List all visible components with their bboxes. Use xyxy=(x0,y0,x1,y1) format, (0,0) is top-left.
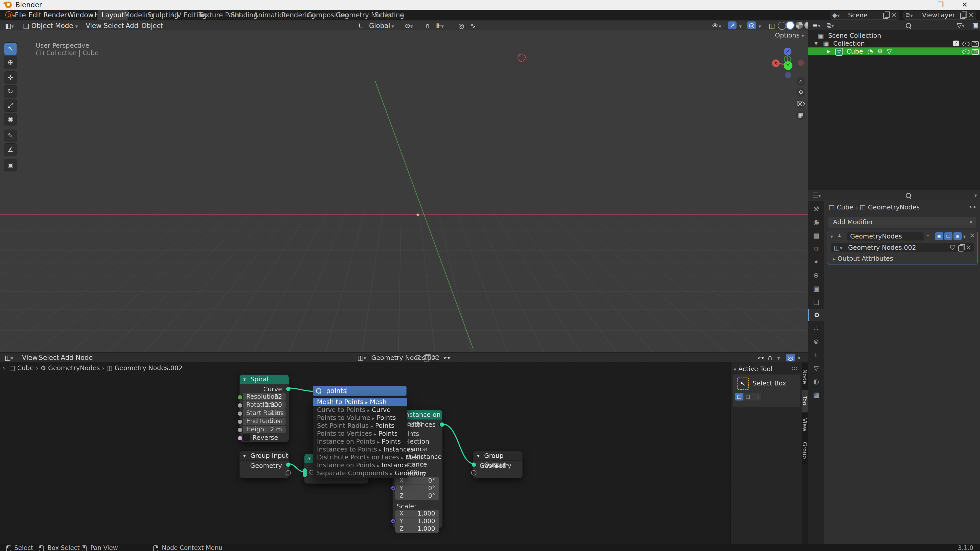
node-editor-canvas[interactable]: › □ Cube › ⚙ GeometryNodes › ◫ Geometry … xyxy=(0,362,808,544)
group-input-geometry-socket[interactable] xyxy=(286,462,291,467)
properties-search-icon[interactable] xyxy=(906,193,911,198)
node-search-field[interactable]: points xyxy=(313,386,407,396)
xray-toggle[interactable]: ◫ xyxy=(767,21,776,31)
spiral-end-radius-socket[interactable] xyxy=(237,419,243,424)
modifier-edit-mode-toggle[interactable]: ▣ xyxy=(935,232,943,240)
output-attributes-section[interactable]: ▸ Output Attributes xyxy=(833,255,893,262)
fake-user-shield-icon[interactable]: ⛉ xyxy=(950,243,955,252)
perspective-toggle-icon[interactable]: ▦ xyxy=(796,111,805,120)
node-overlays-toggle[interactable]: ◎ xyxy=(786,354,795,362)
node-menu-select[interactable]: Select xyxy=(37,352,61,363)
cube-render-icon[interactable] xyxy=(972,49,979,55)
tool-move[interactable]: ✛ xyxy=(4,71,17,84)
shading-material-button[interactable] xyxy=(796,22,803,29)
collection-checkbox[interactable]: ✓ xyxy=(953,41,959,46)
tab-world[interactable]: ⊕ xyxy=(808,269,824,281)
add-workspace-button[interactable]: + xyxy=(395,10,409,21)
show-overlays-toggle[interactable]: ◎ xyxy=(747,21,756,29)
new-scene-icon[interactable] xyxy=(883,13,888,19)
editor-type-properties-icon[interactable]: ☰▾ xyxy=(811,190,822,200)
spiral-field-rotations[interactable]: Rotations2.000 xyxy=(243,401,286,409)
spiral-reverse-socket[interactable] xyxy=(237,435,243,441)
modifier-extras-chevron-icon[interactable]: ▾ xyxy=(963,233,966,240)
tab-object-data[interactable]: ▽ xyxy=(808,362,824,374)
group-output-virtual-socket[interactable] xyxy=(471,470,476,475)
proportional-falloff-icon[interactable]: ∿ xyxy=(469,21,477,31)
spiral-curve-socket[interactable] xyxy=(286,386,291,392)
search-result[interactable]: Instances to Points▸Instances xyxy=(313,445,407,453)
restore-button[interactable]: ❐ xyxy=(932,0,950,10)
search-result[interactable]: Distribute Points on Faces▸Mesh xyxy=(313,453,407,461)
show-gizmo-toggle[interactable]: ↗ xyxy=(728,21,737,29)
tool-scale[interactable]: ⤢ xyxy=(4,99,17,112)
orientation-chevron-icon[interactable]: ▾ xyxy=(390,21,396,31)
sidebar-tab-node[interactable]: Node xyxy=(802,364,808,389)
collection-expand-icon[interactable]: ▼ xyxy=(815,40,818,48)
menu-edit[interactable]: Edit xyxy=(27,10,43,21)
spiral-reverse-checkbox[interactable] xyxy=(243,434,250,441)
copy-node-group-icon[interactable] xyxy=(958,245,963,251)
collection-render-icon[interactable] xyxy=(972,41,979,47)
overlays-chevron-icon[interactable]: ▾ xyxy=(757,21,762,31)
navigation-gizmo[interactable]: Z X Y xyxy=(768,40,807,81)
crumb-modifier[interactable]: GeometryNodes xyxy=(48,364,100,372)
node-group-selector[interactable]: ◫▾ Geometry Nodes.002 ⛉ × xyxy=(831,243,974,252)
unlink-node-group-icon[interactable]: × xyxy=(966,244,972,251)
tool-transform[interactable]: ◉ xyxy=(4,113,17,125)
new-collection-icon[interactable]: ▣ xyxy=(970,20,980,30)
node-menu-node[interactable]: Node xyxy=(74,352,94,363)
modifier-name-field[interactable]: GeometryNodes xyxy=(847,232,924,241)
proportional-editing-icon[interactable]: ◎ xyxy=(457,21,466,31)
datablock-copy-icon[interactable] xyxy=(424,355,429,362)
node-snap-magnet-icon[interactable]: ∩ xyxy=(766,352,774,363)
close-button[interactable]: ✕ xyxy=(956,0,974,10)
sidebar-tab-tool[interactable]: Tool xyxy=(802,390,808,413)
unlink-scene-icon[interactable]: × xyxy=(891,11,897,19)
transform-orientation-value[interactable]: Global xyxy=(368,21,392,31)
minimize-button[interactable]: — xyxy=(910,0,928,10)
outliner-search-icon[interactable] xyxy=(906,23,911,28)
spiral-field-height[interactable]: Height2 m xyxy=(243,426,286,433)
node-overlays-chevron-icon[interactable]: ▾ xyxy=(796,352,802,363)
outliner-row-cube[interactable]: ▶ ▽ Cube ◔ ⚙ ▽ xyxy=(808,48,980,56)
outliner-filter-icon[interactable]: ▽▾ xyxy=(955,20,966,30)
editor-type-outliner-icon[interactable]: ≡▾ xyxy=(811,20,822,30)
search-result[interactable]: Set Point Radius▸Points xyxy=(313,422,407,430)
tab-tool[interactable]: ⚒ xyxy=(808,203,824,215)
search-result[interactable]: Separate Components▸Geometry xyxy=(313,469,407,477)
node-parent-pin-icon[interactable]: ⊶ xyxy=(756,352,765,363)
shading-solid-button[interactable] xyxy=(787,22,794,29)
tab-modifiers[interactable]: ⚙ xyxy=(808,309,825,321)
viewport-menu-select[interactable]: Select xyxy=(102,21,126,31)
search-result[interactable]: Instance on Points▸Instance xyxy=(313,461,407,469)
iop-rotation-vector[interactable]: X0° Y0° Z0° xyxy=(395,477,439,500)
sidebar-tab-view[interactable]: View xyxy=(802,413,808,436)
collection-hide-icon[interactable] xyxy=(963,41,969,46)
spiral-start-radius-socket[interactable] xyxy=(237,411,243,416)
node-group-input[interactable]: ▾Group Input Geometry xyxy=(239,451,289,478)
active-tool-panel-header[interactable]: ▾ Active Tool xyxy=(734,365,773,373)
outliner-display-mode-icon[interactable]: ⧉▾ xyxy=(825,20,835,30)
pivot-point-icon[interactable]: ⊙▾ xyxy=(403,21,414,31)
tab-output[interactable]: ▤ xyxy=(808,230,824,241)
properties-options-chevron-icon[interactable]: ▾ xyxy=(974,192,977,198)
view-layer-selector[interactable]: ⧉▾ ViewLayer × xyxy=(904,11,976,20)
search-result[interactable]: Instance on Points▸Points xyxy=(313,437,407,445)
gizmo-chevron-icon[interactable]: ▾ xyxy=(738,21,743,31)
group-input-virtual-socket[interactable] xyxy=(286,470,291,475)
tool-add-cube[interactable]: ▣ xyxy=(4,159,17,171)
remove-view-layer-icon[interactable]: × xyxy=(968,11,974,19)
breadcrumb-modifier[interactable]: GeometryNodes xyxy=(868,203,920,211)
tool-cursor[interactable]: ⊕ xyxy=(4,56,17,69)
snap-magnet-icon[interactable]: ∩ xyxy=(424,21,431,31)
tab-physics[interactable]: ⊚ xyxy=(808,336,824,348)
tab-constraints[interactable]: ⌗ xyxy=(808,349,824,361)
shading-wireframe-button[interactable] xyxy=(778,22,786,30)
pin-id-icon[interactable]: ⊶ xyxy=(969,203,976,211)
outliner-row-collection[interactable]: ▼ ▣ Collection ✓ xyxy=(808,40,980,48)
mode-selector[interactable]: □ Object Mode ▾ xyxy=(21,21,80,31)
tab-render[interactable]: ◉ xyxy=(808,216,824,228)
spiral-height-socket[interactable] xyxy=(237,427,243,433)
modifier-render-toggle[interactable]: ◉ xyxy=(953,232,962,240)
outliner-row-scene-collection[interactable]: ▣ Scene Collection xyxy=(808,32,980,40)
